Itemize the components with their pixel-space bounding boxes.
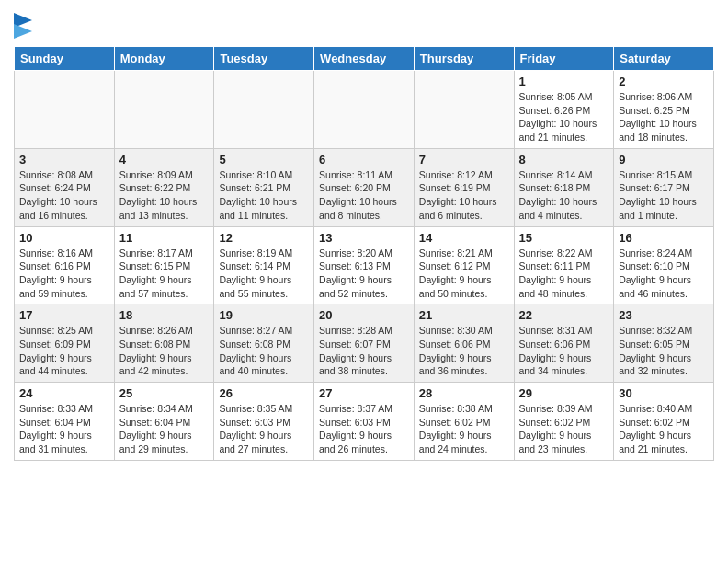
day-info: Sunrise: 8:21 AM Sunset: 6:12 PM Dayligh… [419,247,509,301]
calendar-cell [15,71,115,149]
day-info: Sunrise: 8:16 AM Sunset: 6:16 PM Dayligh… [19,247,109,301]
calendar-cell: 12Sunrise: 8:19 AM Sunset: 6:14 PM Dayli… [214,226,314,304]
day-info: Sunrise: 8:20 AM Sunset: 6:13 PM Dayligh… [319,247,409,301]
day-number: 28 [419,386,509,400]
calendar-cell: 5Sunrise: 8:10 AM Sunset: 6:21 PM Daylig… [214,148,314,226]
calendar-week-2: 3Sunrise: 8:08 AM Sunset: 6:24 PM Daylig… [15,148,714,226]
calendar-cell: 15Sunrise: 8:22 AM Sunset: 6:11 PM Dayli… [514,226,614,304]
day-info: Sunrise: 8:17 AM Sunset: 6:15 PM Dayligh… [119,247,210,301]
calendar-cell: 22Sunrise: 8:31 AM Sunset: 6:06 PM Dayli… [514,304,614,383]
calendar-week-3: 10Sunrise: 8:16 AM Sunset: 6:16 PM Dayli… [15,226,714,304]
calendar-cell: 23Sunrise: 8:32 AM Sunset: 6:05 PM Dayli… [614,304,714,383]
calendar-cell [114,71,214,149]
calendar-cell: 24Sunrise: 8:33 AM Sunset: 6:04 PM Dayli… [15,383,115,461]
day-number: 23 [619,308,709,322]
day-number: 9 [619,153,709,167]
day-info: Sunrise: 8:24 AM Sunset: 6:10 PM Dayligh… [619,247,709,301]
day-number: 1 [519,75,609,88]
calendar-cell [214,71,314,149]
day-info: Sunrise: 8:05 AM Sunset: 6:26 PM Dayligh… [519,90,609,144]
calendar-week-4: 17Sunrise: 8:25 AM Sunset: 6:09 PM Dayli… [15,304,714,383]
calendar-header-sunday: Sunday [15,47,115,71]
day-number: 17 [19,308,109,322]
day-number: 21 [419,308,509,322]
calendar-cell: 18Sunrise: 8:26 AM Sunset: 6:08 PM Dayli… [114,304,214,383]
svg-marker-1 [14,24,32,39]
calendar-week-1: 1Sunrise: 8:05 AM Sunset: 6:26 PM Daylig… [15,71,714,149]
logo [14,13,36,39]
calendar-cell [314,71,415,149]
day-info: Sunrise: 8:10 AM Sunset: 6:21 PM Dayligh… [219,168,309,223]
calendar-cell [414,71,514,149]
day-info: Sunrise: 8:28 AM Sunset: 6:07 PM Dayligh… [319,324,409,378]
calendar-cell: 19Sunrise: 8:27 AM Sunset: 6:08 PM Dayli… [214,304,314,383]
calendar-cell: 3Sunrise: 8:08 AM Sunset: 6:24 PM Daylig… [15,148,115,226]
calendar-header-friday: Friday [514,47,614,71]
day-info: Sunrise: 8:32 AM Sunset: 6:05 PM Dayligh… [619,324,709,378]
calendar-cell: 16Sunrise: 8:24 AM Sunset: 6:10 PM Dayli… [614,226,714,304]
day-number: 15 [519,231,609,245]
calendar-cell: 14Sunrise: 8:21 AM Sunset: 6:12 PM Dayli… [414,226,514,304]
calendar-cell: 7Sunrise: 8:12 AM Sunset: 6:19 PM Daylig… [414,148,514,226]
day-number: 22 [519,308,609,322]
day-info: Sunrise: 8:14 AM Sunset: 6:18 PM Dayligh… [519,168,609,223]
calendar-header-row: SundayMondayTuesdayWednesdayThursdayFrid… [15,47,714,71]
calendar-table: SundayMondayTuesdayWednesdayThursdayFrid… [14,46,714,461]
day-number: 18 [119,308,210,322]
day-info: Sunrise: 8:22 AM Sunset: 6:11 PM Dayligh… [519,247,609,301]
day-number: 2 [619,75,709,88]
page-container: SundayMondayTuesdayWednesdayThursdayFrid… [0,0,728,465]
header [14,9,714,39]
calendar-cell: 13Sunrise: 8:20 AM Sunset: 6:13 PM Dayli… [314,226,415,304]
day-number: 8 [519,153,609,167]
day-number: 24 [19,386,109,400]
calendar-cell: 17Sunrise: 8:25 AM Sunset: 6:09 PM Dayli… [15,304,115,383]
calendar-cell: 20Sunrise: 8:28 AM Sunset: 6:07 PM Dayli… [314,304,415,383]
day-info: Sunrise: 8:12 AM Sunset: 6:19 PM Dayligh… [419,168,509,223]
day-number: 19 [219,308,309,322]
day-info: Sunrise: 8:27 AM Sunset: 6:08 PM Dayligh… [219,324,309,378]
day-number: 11 [119,231,210,245]
day-number: 29 [519,386,609,400]
calendar-header-monday: Monday [114,47,214,71]
day-info: Sunrise: 8:33 AM Sunset: 6:04 PM Dayligh… [19,402,109,456]
day-info: Sunrise: 8:15 AM Sunset: 6:17 PM Dayligh… [619,168,709,223]
day-info: Sunrise: 8:09 AM Sunset: 6:22 PM Dayligh… [119,168,210,223]
day-number: 6 [319,153,409,167]
day-number: 12 [219,231,309,245]
calendar-cell: 4Sunrise: 8:09 AM Sunset: 6:22 PM Daylig… [114,148,214,226]
day-info: Sunrise: 8:39 AM Sunset: 6:02 PM Dayligh… [519,402,609,456]
calendar-cell: 29Sunrise: 8:39 AM Sunset: 6:02 PM Dayli… [514,383,614,461]
day-info: Sunrise: 8:34 AM Sunset: 6:04 PM Dayligh… [119,402,210,456]
calendar-header-tuesday: Tuesday [214,47,314,71]
calendar-cell: 6Sunrise: 8:11 AM Sunset: 6:20 PM Daylig… [314,148,415,226]
day-info: Sunrise: 8:31 AM Sunset: 6:06 PM Dayligh… [519,324,609,378]
calendar-cell: 26Sunrise: 8:35 AM Sunset: 6:03 PM Dayli… [214,383,314,461]
calendar-header-saturday: Saturday [614,47,714,71]
calendar-cell: 11Sunrise: 8:17 AM Sunset: 6:15 PM Dayli… [114,226,214,304]
logo-icon [14,13,32,39]
calendar-cell: 30Sunrise: 8:40 AM Sunset: 6:02 PM Dayli… [614,383,714,461]
calendar-cell: 9Sunrise: 8:15 AM Sunset: 6:17 PM Daylig… [614,148,714,226]
day-number: 10 [19,231,109,245]
calendar-header-thursday: Thursday [414,47,514,71]
day-number: 30 [619,386,709,400]
calendar-cell: 2Sunrise: 8:06 AM Sunset: 6:25 PM Daylig… [614,71,714,149]
calendar-week-5: 24Sunrise: 8:33 AM Sunset: 6:04 PM Dayli… [15,383,714,461]
day-number: 20 [319,308,409,322]
day-info: Sunrise: 8:06 AM Sunset: 6:25 PM Dayligh… [619,90,709,144]
calendar-cell: 1Sunrise: 8:05 AM Sunset: 6:26 PM Daylig… [514,71,614,149]
day-info: Sunrise: 8:19 AM Sunset: 6:14 PM Dayligh… [219,247,309,301]
day-number: 14 [419,231,509,245]
calendar-header-wednesday: Wednesday [314,47,415,71]
day-info: Sunrise: 8:11 AM Sunset: 6:20 PM Dayligh… [319,168,409,223]
calendar-cell: 8Sunrise: 8:14 AM Sunset: 6:18 PM Daylig… [514,148,614,226]
day-number: 13 [319,231,409,245]
calendar-cell: 21Sunrise: 8:30 AM Sunset: 6:06 PM Dayli… [414,304,514,383]
day-info: Sunrise: 8:35 AM Sunset: 6:03 PM Dayligh… [219,402,309,456]
day-number: 27 [319,386,409,400]
day-info: Sunrise: 8:08 AM Sunset: 6:24 PM Dayligh… [19,168,109,223]
day-info: Sunrise: 8:38 AM Sunset: 6:02 PM Dayligh… [419,402,509,456]
day-info: Sunrise: 8:25 AM Sunset: 6:09 PM Dayligh… [19,324,109,378]
calendar-cell: 27Sunrise: 8:37 AM Sunset: 6:03 PM Dayli… [314,383,415,461]
